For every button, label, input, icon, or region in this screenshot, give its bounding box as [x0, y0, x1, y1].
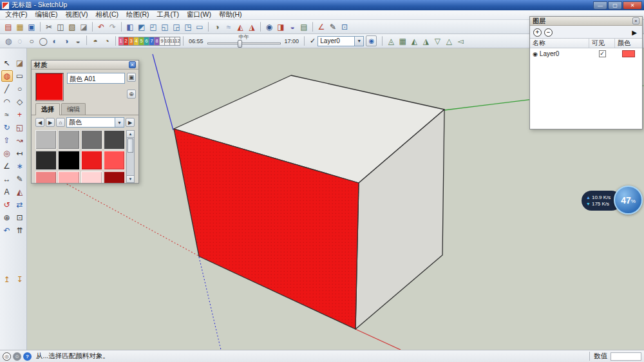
layer-color-swatch[interactable]: [622, 50, 635, 57]
push-pull-tool-icon[interactable]: ⇧: [1, 135, 13, 146]
orbit-tool-icon[interactable]: ↺: [1, 199, 13, 211]
axes-tool-icon[interactable]: ∗: [14, 160, 26, 172]
home-icon[interactable]: ⌂: [56, 118, 65, 127]
column-color[interactable]: 颜色: [615, 39, 642, 48]
Layer0[interactable]: ◉ Layer0 ✓: [530, 48, 642, 59]
menu-window[interactable]: 窗口(W): [183, 10, 215, 20]
color-swatch[interactable]: [81, 151, 102, 170]
toolbar-up-icon[interactable]: ↥: [1, 274, 13, 285]
freehand-tool-icon[interactable]: ≈: [1, 109, 13, 120]
redo-icon[interactable]: ↷: [107, 21, 118, 33]
menu-draw[interactable]: 绘图(R): [122, 10, 153, 20]
follow-me-tool-icon[interactable]: ↝: [14, 135, 26, 146]
fog-icon[interactable]: ≈: [223, 21, 234, 33]
shadow-month-cell[interactable]: 7: [149, 37, 155, 46]
save-icon[interactable]: ▣: [26, 21, 37, 33]
network-overlay[interactable]: ▲10.9 K/s ▼175 K/s 47%: [582, 186, 643, 215]
scroll-up-icon[interactable]: ▲: [127, 131, 134, 138]
color-swatch[interactable]: [58, 171, 79, 183]
help-icon[interactable]: ?: [23, 352, 32, 361]
color-swatch[interactable]: [104, 151, 125, 170]
chevron-down-icon[interactable]: ▼: [354, 37, 363, 46]
paint-bucket-tool-icon[interactable]: ◍: [1, 70, 13, 82]
materials-panel-titlebar[interactable]: 材质 ✕: [32, 61, 138, 70]
details-arrow-icon[interactable]: ▶: [126, 118, 135, 127]
eraser-tool-icon[interactable]: ◪: [14, 57, 26, 69]
color-swatch[interactable]: [81, 171, 102, 183]
materials-tab[interactable]: 选择: [35, 103, 60, 115]
line-tool-icon[interactable]: ╱: [1, 83, 13, 95]
flip-edge-icon[interactable]: ◅: [455, 35, 466, 47]
menu-file[interactable]: 文件(F): [1, 10, 31, 20]
cut-icon[interactable]: ✂: [43, 21, 55, 33]
shaded-textures-style-icon[interactable]: ◑: [61, 35, 72, 47]
layer-dropdown[interactable]: Layer0 ▼: [317, 36, 364, 46]
color-swatch[interactable]: [104, 130, 125, 149]
column-name[interactable]: 名称: [530, 39, 589, 48]
section-cuts-icon[interactable]: ◮: [246, 21, 258, 33]
column-visible[interactable]: 可见: [589, 39, 615, 48]
materials-close-icon[interactable]: ✕: [129, 61, 136, 68]
move-tool-icon[interactable]: +: [14, 109, 26, 120]
color-swatch[interactable]: [58, 151, 79, 170]
credits-icon[interactable]: ☺: [13, 352, 21, 361]
rotate-tool-icon[interactable]: ↻: [1, 122, 13, 133]
layers-manager-icon[interactable]: ▤: [298, 21, 310, 33]
edge-style-icon[interactable]: ◓: [90, 35, 101, 47]
undo-icon[interactable]: ↶: [95, 21, 107, 33]
sandbox-from-scratch-icon[interactable]: ▦: [397, 35, 408, 47]
open-icon[interactable]: ▦: [14, 21, 26, 33]
menu-help[interactable]: 帮助(H): [215, 10, 246, 20]
maximize-button[interactable]: ▢: [608, 1, 622, 10]
view-left-icon[interactable]: ◳: [182, 21, 194, 33]
chevron-down-icon[interactable]: ▼: [115, 118, 124, 127]
shadow-month-cell[interactable]: 8: [155, 37, 160, 46]
slider-thumb[interactable]: [238, 40, 242, 48]
back-arrow-icon[interactable]: ◀: [35, 118, 44, 127]
smoove-icon[interactable]: ◭: [408, 35, 420, 47]
text-tool-icon[interactable]: ✎: [14, 173, 26, 185]
add-detail-icon[interactable]: △: [443, 35, 455, 47]
shadow-month-cell[interactable]: 3: [129, 37, 134, 46]
shadow-month-cell[interactable]: 2: [124, 37, 129, 46]
layers-panel-titlebar[interactable]: 图层 ✕: [530, 17, 642, 26]
shadows-icon[interactable]: ◑: [211, 21, 223, 33]
scale-tool-icon[interactable]: ◱: [14, 122, 26, 133]
3d-text-tool-icon[interactable]: A: [1, 186, 13, 198]
measurement-input[interactable]: [611, 352, 641, 361]
usage-percent-badge[interactable]: 47%: [614, 186, 643, 214]
secondary-pane-icon[interactable]: ▣: [127, 73, 136, 82]
minimize-button[interactable]: —: [593, 1, 607, 10]
profile-style-icon[interactable]: ◔: [101, 35, 113, 47]
paste-icon[interactable]: ▧: [66, 21, 78, 33]
layer-visible-checkbox[interactable]: ✓: [599, 50, 606, 57]
arc-tool-icon[interactable]: ◠: [1, 96, 13, 108]
menu-view[interactable]: 视图(V): [61, 10, 91, 20]
make-component-icon[interactable]: ◧: [124, 21, 136, 33]
select-tool-icon[interactable]: ↖: [1, 57, 13, 69]
shadow-month-cell[interactable]: 12: [175, 37, 180, 46]
geolocation-icon[interactable]: ◎: [3, 352, 11, 361]
scroll-thumb[interactable]: [128, 138, 133, 153]
shadow-month-cell[interactable]: 6: [144, 37, 149, 46]
walk-tool-icon[interactable]: ⇈: [14, 225, 26, 236]
shadow-month-cell[interactable]: 1: [118, 37, 124, 46]
color-swatch[interactable]: [81, 130, 102, 149]
shadow-month-cell[interactable]: 4: [134, 37, 139, 46]
section-tool-icon[interactable]: ◭: [14, 186, 26, 198]
menu-edit[interactable]: 编辑(E): [31, 10, 61, 20]
measure-icon[interactable]: ∠: [316, 21, 327, 33]
color-swatch[interactable]: [104, 171, 125, 183]
materials-tab[interactable]: 编辑: [61, 103, 86, 115]
text-annotation-icon[interactable]: ✎: [327, 21, 339, 33]
zoom-extents-tool-icon[interactable]: ⊡: [14, 212, 26, 224]
model-info-icon[interactable]: ◉: [263, 21, 275, 33]
shaded-style-icon[interactable]: ◐: [49, 35, 61, 47]
slider-groove[interactable]: [207, 43, 281, 44]
current-layer-radio-icon[interactable]: ◉: [533, 51, 538, 57]
circle-tool-icon[interactable]: ○: [14, 83, 26, 95]
offset-tool-icon[interactable]: ◎: [1, 148, 13, 159]
view-top-icon[interactable]: ◰: [147, 21, 159, 33]
toolbar-down-icon[interactable]: ↧: [14, 274, 26, 285]
erase-icon[interactable]: ◪: [78, 21, 90, 33]
